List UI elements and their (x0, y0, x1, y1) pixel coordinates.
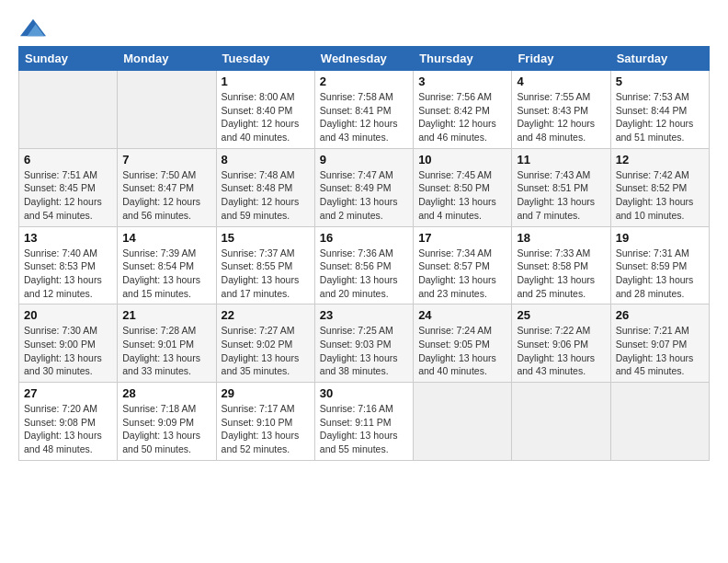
calendar-cell: 26Sunrise: 7:21 AMSunset: 9:07 PMDayligh… (610, 304, 709, 383)
day-info: Sunrise: 7:36 AMSunset: 8:56 PMDaylight:… (320, 247, 408, 301)
calendar-cell: 24Sunrise: 7:24 AMSunset: 9:05 PMDayligh… (414, 304, 512, 383)
day-info: Sunrise: 7:37 AMSunset: 8:55 PMDaylight:… (222, 247, 310, 301)
calendar-week-row: 1Sunrise: 8:00 AMSunset: 8:40 PMDaylight… (19, 71, 710, 149)
day-number: 6 (24, 153, 112, 167)
calendar-cell: 22Sunrise: 7:27 AMSunset: 9:02 PMDayligh… (216, 304, 314, 383)
calendar-cell: 9Sunrise: 7:47 AMSunset: 8:49 PMDaylight… (314, 148, 413, 226)
day-info: Sunrise: 7:48 AMSunset: 8:48 PMDaylight:… (222, 168, 310, 223)
calendar-header-monday: Monday (118, 47, 216, 71)
calendar-cell: 19Sunrise: 7:31 AMSunset: 8:59 PMDayligh… (610, 226, 709, 304)
calendar-cell (610, 383, 709, 461)
day-info: Sunrise: 7:20 AMSunset: 9:08 PMDaylight:… (24, 402, 112, 456)
day-number: 9 (320, 153, 408, 167)
calendar-header-friday: Friday (512, 47, 610, 71)
day-info: Sunrise: 8:00 AMSunset: 8:40 PMDaylight:… (222, 90, 310, 144)
day-info: Sunrise: 7:28 AMSunset: 9:01 PMDaylight:… (122, 324, 210, 378)
day-number: 24 (418, 308, 506, 322)
calendar-cell: 5Sunrise: 7:53 AMSunset: 8:44 PMDaylight… (610, 71, 709, 149)
day-info: Sunrise: 7:18 AMSunset: 9:09 PMDaylight:… (122, 402, 210, 456)
day-number: 4 (517, 75, 605, 88)
calendar-table: SundayMondayTuesdayWednesdayThursdayFrid… (18, 46, 710, 461)
calendar-header-row: SundayMondayTuesdayWednesdayThursdayFrid… (19, 47, 710, 71)
calendar-cell: 11Sunrise: 7:43 AMSunset: 8:51 PMDayligh… (512, 148, 610, 226)
calendar-week-row: 13Sunrise: 7:40 AMSunset: 8:53 PMDayligh… (19, 226, 710, 304)
day-info: Sunrise: 7:22 AMSunset: 9:06 PMDaylight:… (517, 324, 605, 378)
calendar-cell: 29Sunrise: 7:17 AMSunset: 9:10 PMDayligh… (216, 383, 314, 461)
day-info: Sunrise: 7:42 AMSunset: 8:52 PMDaylight:… (616, 168, 704, 223)
calendar-cell: 3Sunrise: 7:56 AMSunset: 8:42 PMDaylight… (414, 71, 512, 149)
calendar-header-saturday: Saturday (610, 47, 709, 71)
day-info: Sunrise: 7:34 AMSunset: 8:57 PMDaylight:… (418, 247, 506, 301)
calendar-cell: 14Sunrise: 7:39 AMSunset: 8:54 PMDayligh… (118, 226, 216, 304)
calendar-cell: 20Sunrise: 7:30 AMSunset: 9:00 PMDayligh… (19, 304, 118, 383)
day-info: Sunrise: 7:47 AMSunset: 8:49 PMDaylight:… (320, 168, 408, 223)
day-info: Sunrise: 7:17 AMSunset: 9:10 PMDaylight:… (222, 402, 310, 456)
day-number: 3 (418, 75, 506, 88)
calendar-header-wednesday: Wednesday (314, 47, 413, 71)
calendar-cell: 1Sunrise: 8:00 AMSunset: 8:40 PMDaylight… (216, 71, 314, 149)
day-number: 28 (122, 386, 210, 400)
day-info: Sunrise: 7:30 AMSunset: 9:00 PMDaylight:… (24, 324, 112, 378)
day-info: Sunrise: 7:50 AMSunset: 8:47 PMDaylight:… (122, 168, 210, 223)
logo-triangle-icon (20, 15, 46, 40)
day-info: Sunrise: 7:39 AMSunset: 8:54 PMDaylight:… (122, 247, 210, 301)
calendar-cell: 4Sunrise: 7:55 AMSunset: 8:43 PMDaylight… (512, 71, 610, 149)
day-number: 7 (122, 153, 210, 167)
day-number: 8 (222, 153, 310, 167)
day-info: Sunrise: 7:21 AMSunset: 9:07 PMDaylight:… (616, 324, 704, 378)
day-number: 20 (24, 308, 112, 322)
header (18, 15, 710, 37)
day-number: 2 (320, 75, 408, 88)
calendar-week-row: 6Sunrise: 7:51 AMSunset: 8:45 PMDaylight… (19, 148, 710, 226)
day-info: Sunrise: 7:40 AMSunset: 8:53 PMDaylight:… (24, 247, 112, 301)
calendar-cell: 12Sunrise: 7:42 AMSunset: 8:52 PMDayligh… (610, 148, 709, 226)
day-info: Sunrise: 7:24 AMSunset: 9:05 PMDaylight:… (418, 324, 506, 378)
day-number: 23 (320, 308, 408, 322)
day-info: Sunrise: 7:16 AMSunset: 9:11 PMDaylight:… (320, 402, 408, 456)
day-number: 1 (222, 75, 310, 88)
day-number: 14 (122, 231, 210, 245)
day-number: 22 (222, 308, 310, 322)
calendar-week-row: 20Sunrise: 7:30 AMSunset: 9:00 PMDayligh… (19, 304, 710, 383)
calendar-cell: 30Sunrise: 7:16 AMSunset: 9:11 PMDayligh… (314, 383, 413, 461)
day-number: 11 (517, 153, 605, 167)
day-info: Sunrise: 7:43 AMSunset: 8:51 PMDaylight:… (517, 168, 605, 223)
day-number: 13 (24, 231, 112, 245)
day-number: 10 (418, 153, 506, 167)
day-info: Sunrise: 7:55 AMSunset: 8:43 PMDaylight:… (517, 90, 605, 144)
calendar-cell (414, 383, 512, 461)
day-number: 19 (616, 231, 704, 245)
day-info: Sunrise: 7:56 AMSunset: 8:42 PMDaylight:… (418, 90, 506, 144)
day-info: Sunrise: 7:53 AMSunset: 8:44 PMDaylight:… (616, 90, 704, 144)
calendar-cell: 7Sunrise: 7:50 AMSunset: 8:47 PMDaylight… (118, 148, 216, 226)
calendar-cell: 13Sunrise: 7:40 AMSunset: 8:53 PMDayligh… (19, 226, 118, 304)
day-info: Sunrise: 7:33 AMSunset: 8:58 PMDaylight:… (517, 247, 605, 301)
day-number: 21 (122, 308, 210, 322)
day-info: Sunrise: 7:45 AMSunset: 8:50 PMDaylight:… (418, 168, 506, 223)
day-number: 17 (418, 231, 506, 245)
calendar-cell: 8Sunrise: 7:48 AMSunset: 8:48 PMDaylight… (216, 148, 314, 226)
day-info: Sunrise: 7:31 AMSunset: 8:59 PMDaylight:… (616, 247, 704, 301)
calendar-cell (512, 383, 610, 461)
calendar-cell: 23Sunrise: 7:25 AMSunset: 9:03 PMDayligh… (314, 304, 413, 383)
day-number: 15 (222, 231, 310, 245)
calendar-cell: 18Sunrise: 7:33 AMSunset: 8:58 PMDayligh… (512, 226, 610, 304)
calendar-cell: 25Sunrise: 7:22 AMSunset: 9:06 PMDayligh… (512, 304, 610, 383)
calendar-header-thursday: Thursday (414, 47, 512, 71)
calendar-cell: 16Sunrise: 7:36 AMSunset: 8:56 PMDayligh… (314, 226, 413, 304)
calendar-cell: 6Sunrise: 7:51 AMSunset: 8:45 PMDaylight… (19, 148, 118, 226)
page: SundayMondayTuesdayWednesdayThursdayFrid… (0, 0, 728, 563)
day-info: Sunrise: 7:58 AMSunset: 8:41 PMDaylight:… (320, 90, 408, 144)
logo-text (18, 15, 46, 40)
logo (18, 15, 46, 37)
day-number: 5 (616, 75, 704, 88)
day-info: Sunrise: 7:25 AMSunset: 9:03 PMDaylight:… (320, 324, 408, 378)
calendar-cell (19, 71, 118, 149)
calendar-cell: 15Sunrise: 7:37 AMSunset: 8:55 PMDayligh… (216, 226, 314, 304)
day-number: 26 (616, 308, 704, 322)
calendar-header-tuesday: Tuesday (216, 47, 314, 71)
calendar-cell (118, 71, 216, 149)
day-number: 30 (320, 386, 408, 400)
day-number: 12 (616, 153, 704, 167)
day-info: Sunrise: 7:27 AMSunset: 9:02 PMDaylight:… (222, 324, 310, 378)
